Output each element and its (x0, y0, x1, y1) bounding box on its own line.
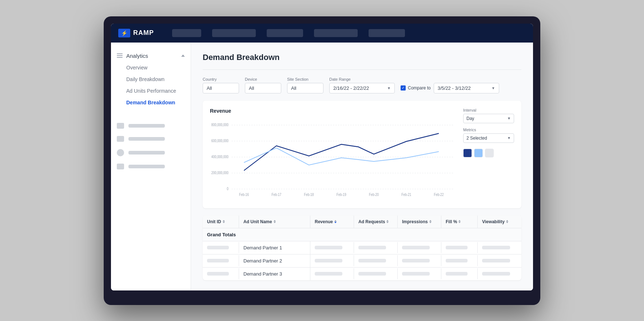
analytics-menu-item[interactable]: Analytics (111, 50, 191, 62)
sort-icon-viewability (506, 220, 508, 223)
top-nav: ⚡ RAMP (111, 24, 533, 43)
country-label: Country (203, 77, 239, 81)
date-range-select[interactable]: 2/16/22 - 2/22/22 ▼ (329, 83, 395, 93)
td-unit-id-1 (203, 242, 239, 253)
sidebar-item-overview[interactable]: Overview (111, 62, 191, 73)
list-icon (117, 164, 124, 169)
compare-group: ✓ Compare to 3/5/22 - 3/12/22 ▼ (401, 83, 499, 93)
th-ad-unit-name[interactable]: Ad Unit Name (239, 216, 310, 228)
placeholder (482, 246, 510, 249)
sidebar-item-ad-units-performance[interactable]: Ad Units Performance (111, 85, 191, 97)
device-filter: Device All (245, 77, 281, 93)
placeholder (207, 272, 229, 276)
td-name-3: Demand Partner 3 (239, 268, 310, 280)
video-icon (117, 123, 124, 129)
sidebar-item-settings[interactable] (117, 145, 185, 160)
chevron-down-icon: ▼ (387, 86, 391, 90)
placeholder (402, 259, 430, 262)
td-ad-req-3 (354, 268, 398, 279)
th-unit-id[interactable]: Unit ID (203, 216, 239, 228)
sidebar-item-label (128, 165, 165, 168)
sidebar-item-analytics[interactable] (117, 132, 185, 145)
sidebar-other-items (111, 119, 191, 173)
svg-text:0: 0 (227, 187, 228, 191)
compare-checkbox[interactable]: ✓ Compare to (401, 85, 431, 91)
metrics-select[interactable]: 2 Selected ▼ (463, 133, 514, 143)
chevron-down-icon-4: ▼ (507, 136, 511, 140)
site-section-select[interactable]: All (287, 83, 323, 93)
page-title: Demand Breakdown (203, 53, 521, 62)
sidebar-item-list[interactable] (117, 160, 185, 173)
site-section-label: Site Section (287, 77, 323, 81)
placeholder (482, 259, 510, 262)
th-revenue[interactable]: Revenue (310, 216, 354, 228)
sidebar-item-label (128, 151, 165, 155)
placeholder (358, 259, 386, 262)
interval-select[interactable]: Day ▼ (463, 114, 514, 123)
date-range-label: Date Range (329, 77, 395, 81)
chart-title: Revenue (210, 108, 457, 114)
content-area: Demand Breakdown Country All Device All (191, 43, 533, 290)
th-fill-label: Fill % (446, 219, 457, 224)
date-range-value: 2/16/22 - 2/22/22 (333, 85, 369, 91)
th-fill[interactable]: Fill % (441, 216, 478, 228)
sort-icon-impressions (429, 220, 432, 223)
table-row: Demand Partner 3 (203, 268, 521, 280)
td-fill-3 (441, 268, 478, 279)
sidebar-subnav: Overview Daily Breakdown Ad Units Perfor… (111, 62, 191, 108)
svg-text:Feb-20: Feb-20 (369, 193, 379, 197)
sidebar-item-daily-breakdown[interactable]: Daily Breakdown (111, 73, 191, 85)
compare-date-value: 3/5/22 - 3/12/22 (438, 85, 471, 91)
sort-icon-ad-requests (386, 220, 389, 223)
device-select[interactable]: All (245, 83, 281, 93)
metrics-label: Metrics (463, 128, 514, 132)
nav-pill-1[interactable] (172, 29, 201, 37)
date-range-filter: Date Range 2/16/22 - 2/22/22 ▼ (329, 77, 395, 93)
chart-controls: Interval Day ▼ Metrics 2 Selected ▼ (463, 108, 514, 201)
placeholder (315, 246, 342, 249)
divider (203, 69, 521, 70)
td-viewability-1 (478, 242, 521, 253)
analytics-label: Analytics (126, 53, 148, 59)
chart-icon (117, 136, 124, 142)
sidebar-item-video[interactable] (117, 119, 185, 132)
placeholder (446, 246, 468, 249)
nav-pill-5[interactable] (369, 29, 405, 37)
svg-text:800,000,000: 800,000,000 (211, 123, 228, 127)
th-viewability[interactable]: Viewability (478, 216, 521, 228)
country-select[interactable]: All (203, 83, 239, 93)
country-filter: Country All (203, 77, 239, 93)
site-section-value: All (291, 85, 296, 91)
nav-pill-3[interactable] (267, 29, 303, 37)
placeholder (207, 259, 229, 262)
th-ad-requests-label: Ad Requests (358, 219, 385, 224)
metrics-control: Metrics 2 Selected ▼ (463, 128, 514, 143)
checkbox-box: ✓ (401, 85, 406, 91)
th-unit-id-label: Unit ID (207, 219, 221, 224)
td-revenue-2 (310, 255, 354, 266)
logo-text: RAMP (133, 29, 154, 37)
placeholder (402, 272, 430, 276)
th-impressions[interactable]: Impressions (398, 216, 441, 228)
td-impressions-1 (398, 242, 441, 253)
td-name-2: Demand Partner 2 (239, 254, 310, 267)
revenue-chart: 800,000,000 600,000,000 400,000,000 200,… (210, 120, 457, 200)
td-name-1: Demand Partner 1 (239, 241, 310, 254)
placeholder (358, 272, 386, 276)
nav-pill-4[interactable] (314, 29, 358, 37)
logo-icon: ⚡ (121, 30, 127, 36)
laptop-frame: ⚡ RAMP Analytics (104, 16, 540, 305)
partner-name-2: Demand Partner 2 (243, 258, 282, 264)
hamburger-icon (117, 53, 123, 58)
nav-pill-2[interactable] (212, 29, 256, 37)
svg-text:Feb-17: Feb-17 (271, 193, 281, 197)
td-revenue-3 (310, 268, 354, 279)
analytics-header-left: Analytics (117, 53, 148, 59)
sort-icon-ad-unit-name (274, 220, 276, 223)
sidebar-item-demand-breakdown[interactable]: Demand Breakdown (111, 97, 191, 108)
interval-value: Day (466, 116, 474, 121)
placeholder (446, 259, 468, 262)
compare-date-select[interactable]: 3/5/22 - 3/12/22 ▼ (434, 83, 499, 93)
td-unit-id-3 (203, 268, 239, 279)
th-ad-requests[interactable]: Ad Requests (354, 216, 398, 228)
